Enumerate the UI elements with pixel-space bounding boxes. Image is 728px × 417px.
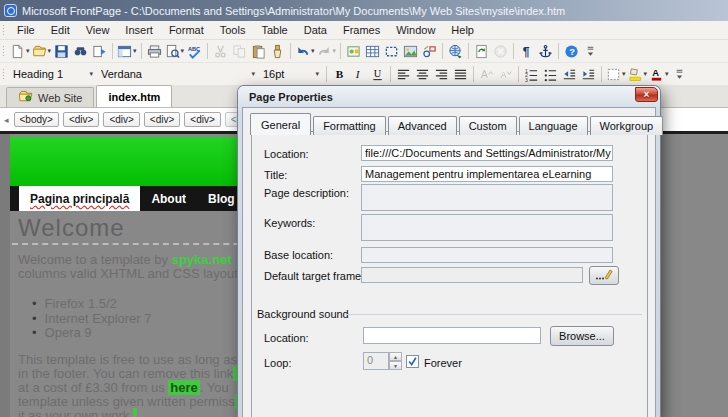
quick-tag-div[interactable]: <div> bbox=[103, 112, 139, 127]
insert-table-button[interactable] bbox=[363, 42, 382, 60]
location-field[interactable]: file:///C:/Documents and Settings/Admini… bbox=[361, 145, 613, 161]
spyka-link[interactable]: spyka.net bbox=[172, 252, 232, 267]
toolbar-separator bbox=[290, 43, 291, 59]
menu-item-view[interactable]: View bbox=[78, 22, 118, 38]
nav-item-pagina-principal[interactable]: Pagina principală bbox=[19, 186, 140, 211]
bold-button[interactable]: B bbox=[330, 65, 349, 83]
nav-item-about[interactable]: About bbox=[140, 186, 197, 211]
publish-button[interactable] bbox=[90, 42, 109, 60]
target-frame-edit-button[interactable] bbox=[589, 266, 619, 285]
forever-checkbox[interactable] bbox=[406, 355, 419, 368]
borders-button[interactable]: ▾ bbox=[605, 65, 627, 83]
default-target-frame-field[interactable] bbox=[361, 267, 583, 283]
align-right-button[interactable] bbox=[432, 65, 451, 83]
highlight-button[interactable]: ▾ bbox=[627, 65, 649, 83]
bullet-list-button[interactable] bbox=[541, 65, 560, 83]
align-right-icon bbox=[434, 67, 449, 82]
new-page-button[interactable]: ▾ bbox=[9, 42, 31, 60]
help-button[interactable]: ? bbox=[562, 42, 581, 60]
scroll-left-icon[interactable]: ◂ bbox=[3, 115, 10, 125]
page-description-field[interactable] bbox=[361, 184, 613, 211]
quick-tag-div[interactable]: <div> bbox=[144, 112, 180, 127]
justify-button[interactable] bbox=[451, 65, 470, 83]
browse-button[interactable]: Browse... bbox=[550, 326, 614, 346]
menu-item-help[interactable]: Help bbox=[443, 22, 482, 38]
here-link[interactable] bbox=[133, 408, 137, 417]
title-label: Title: bbox=[264, 169, 287, 181]
spin-up-icon[interactable]: ▲ bbox=[389, 352, 402, 361]
tab-index-htm[interactable]: index.htm bbox=[96, 85, 172, 107]
dialog-tab-language[interactable]: Language bbox=[519, 116, 588, 135]
quick-tag-body[interactable]: <body> bbox=[14, 112, 59, 127]
open-folder-button[interactable]: ▾ bbox=[31, 42, 53, 60]
preview-button[interactable]: ▾ bbox=[164, 42, 186, 60]
print-button[interactable] bbox=[145, 42, 164, 60]
keywords-field[interactable] bbox=[361, 214, 613, 241]
spelling-button[interactable]: ABC bbox=[185, 42, 204, 60]
menu-item-table[interactable]: Table bbox=[253, 22, 295, 38]
align-left-button[interactable] bbox=[394, 65, 413, 83]
svg-text:¶: ¶ bbox=[523, 44, 530, 58]
quick-tag-div[interactable]: <div> bbox=[63, 112, 99, 127]
indent-button[interactable] bbox=[579, 65, 598, 83]
shrink-font-button[interactable]: A bbox=[496, 65, 515, 83]
paste-button[interactable] bbox=[249, 42, 268, 60]
show-paragraph-button[interactable]: ¶ bbox=[517, 42, 536, 60]
italic-button[interactable]: I bbox=[349, 65, 368, 83]
save-button[interactable] bbox=[52, 42, 71, 60]
menu-item-insert[interactable]: Insert bbox=[117, 22, 161, 38]
toolbar-options-button[interactable] bbox=[670, 65, 689, 83]
align-center-button[interactable] bbox=[413, 65, 432, 83]
loop-spinner[interactable]: ▲▼ bbox=[389, 352, 402, 370]
menu-item-file[interactable]: File bbox=[9, 22, 43, 38]
loop-field[interactable]: 0 bbox=[363, 352, 389, 370]
numbered-list-button[interactable]: 123 bbox=[522, 65, 541, 83]
help-icon: ? bbox=[564, 44, 579, 59]
insert-picture-button[interactable] bbox=[401, 42, 420, 60]
format-painter-button[interactable] bbox=[268, 42, 287, 60]
drawing-button[interactable] bbox=[420, 42, 439, 60]
cut-button[interactable] bbox=[211, 42, 230, 60]
underline-button[interactable]: U bbox=[368, 65, 387, 83]
dialog-tab-advanced[interactable]: Advanced bbox=[388, 116, 457, 135]
dialog-tab-custom[interactable]: Custom bbox=[459, 116, 517, 135]
here-link[interactable]: here bbox=[168, 380, 199, 395]
font-size-combobox[interactable]: 16pt ▾ bbox=[259, 65, 323, 84]
svg-text:B: B bbox=[336, 68, 344, 80]
copy-button[interactable] bbox=[230, 42, 249, 60]
tab-web-site[interactable]: Web Site bbox=[6, 87, 94, 107]
refresh-button[interactable] bbox=[472, 42, 491, 60]
redo-button[interactable]: ▾ bbox=[316, 42, 338, 60]
close-button[interactable]: × bbox=[635, 87, 658, 102]
default-target-frame-label: Default target frame: bbox=[264, 270, 364, 282]
dialog-tab-workgroup[interactable]: Workgroup bbox=[590, 116, 664, 135]
dialog-tab-formatting[interactable]: Formatting bbox=[313, 116, 386, 135]
sound-location-field[interactable] bbox=[363, 327, 541, 344]
stop-button[interactable] bbox=[491, 42, 510, 60]
title-field[interactable]: Management pentru implementarea eLearnin… bbox=[361, 166, 613, 182]
insert-layer-button[interactable] bbox=[382, 42, 401, 60]
grow-font-button[interactable]: A bbox=[477, 65, 496, 83]
menu-item-format[interactable]: Format bbox=[161, 22, 212, 38]
menu-item-frames[interactable]: Frames bbox=[335, 22, 388, 38]
style-combobox[interactable]: Heading 1 ▾ bbox=[9, 65, 97, 84]
menu-item-edit[interactable]: Edit bbox=[43, 22, 78, 38]
font-color-button[interactable]: A▾ bbox=[648, 65, 670, 83]
undo-button[interactable]: ▾ bbox=[294, 42, 316, 60]
hyperlink-button[interactable] bbox=[446, 42, 465, 60]
quick-tag-div[interactable]: <div> bbox=[184, 112, 220, 127]
toolbar-options-button[interactable] bbox=[581, 42, 600, 60]
menu-item-data[interactable]: Data bbox=[296, 22, 335, 38]
toggle-pane-button[interactable]: ▾ bbox=[116, 42, 138, 60]
here-link[interactable] bbox=[233, 366, 237, 381]
base-location-field[interactable] bbox=[361, 247, 613, 263]
web-component-button[interactable] bbox=[344, 42, 363, 60]
spin-down-icon[interactable]: ▼ bbox=[389, 361, 402, 370]
find-button[interactable] bbox=[71, 42, 90, 60]
menu-item-window[interactable]: Window bbox=[388, 22, 443, 38]
font-combobox[interactable]: Verdana ▾ bbox=[97, 65, 259, 84]
dialog-tab-general[interactable]: General bbox=[250, 113, 311, 135]
outdent-button[interactable] bbox=[560, 65, 579, 83]
menu-item-tools[interactable]: Tools bbox=[212, 22, 254, 38]
bookmark-anchor-button[interactable] bbox=[536, 42, 555, 60]
